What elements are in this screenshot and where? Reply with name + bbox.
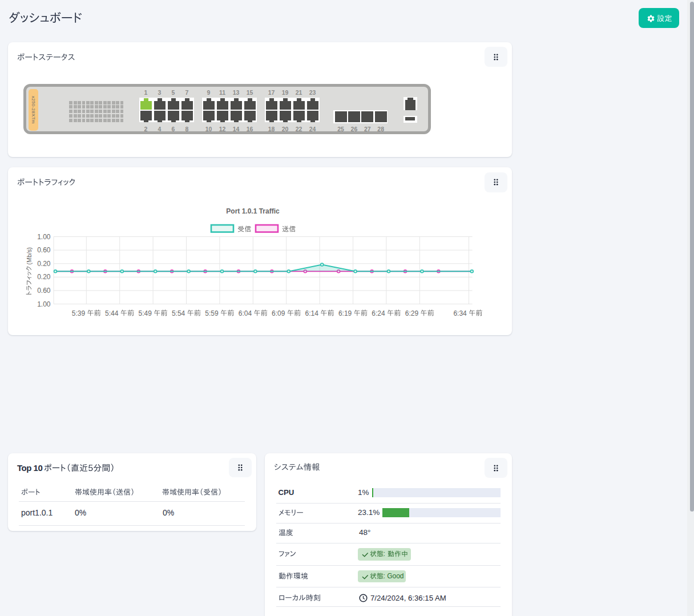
svg-text:5:44: 5:44 [105, 309, 119, 317]
svg-text:6:19: 6:19 [338, 309, 352, 317]
svg-text:Port 1.0.1 Traffic: Port 1.0.1 Traffic [226, 207, 280, 215]
svg-text:5:59: 5:59 [205, 309, 219, 317]
svg-text:5:54: 5:54 [172, 309, 185, 317]
svg-text:6:04: 6:04 [239, 309, 252, 317]
svg-text:6:34: 6:34 [453, 309, 467, 317]
svg-text:0.20: 0.20 [37, 273, 51, 281]
svg-text:6:24: 6:24 [372, 309, 385, 317]
svg-text:0.60: 0.60 [37, 287, 51, 295]
svg-text:1.00: 1.00 [37, 233, 51, 241]
svg-text:0.20: 0.20 [37, 260, 51, 268]
svg-text:5:39: 5:39 [72, 309, 86, 317]
svg-text:0.60: 0.60 [37, 246, 51, 254]
svg-text:6:29: 6:29 [405, 309, 419, 317]
svg-text:1.00: 1.00 [37, 300, 51, 308]
svg-text:6:09: 6:09 [272, 309, 285, 317]
svg-text:6:14: 6:14 [305, 309, 319, 317]
svg-text:5:49: 5:49 [139, 309, 152, 317]
